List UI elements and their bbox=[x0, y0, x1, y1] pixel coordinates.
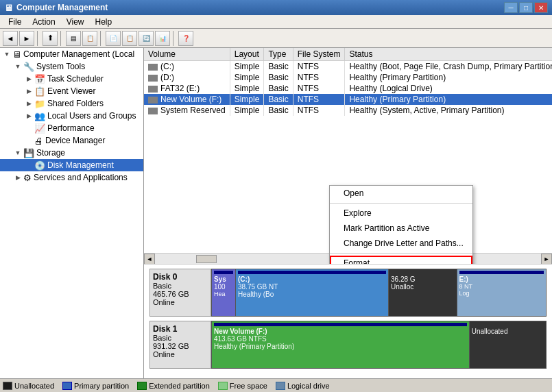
legend-primary-label: Primary partition bbox=[74, 382, 129, 390]
cell-layout: Simple bbox=[230, 83, 264, 94]
disk-0-c-part[interactable]: (C:) 38.75 GB NT Healthy (Bo bbox=[236, 269, 389, 316]
menu-separator bbox=[330, 253, 472, 254]
disk-0-sys-part[interactable]: Sys 100 Hea bbox=[212, 269, 236, 316]
cell-type: Basic bbox=[264, 105, 293, 116]
col-type: Type bbox=[264, 48, 293, 61]
cell-type: Basic bbox=[264, 72, 293, 83]
status-bar: Unallocated Primary partition Extended p… bbox=[0, 378, 552, 392]
context-menu-item[interactable]: Open bbox=[330, 186, 472, 201]
unalloc-sublabel: Unalloc bbox=[391, 283, 455, 291]
menu-file[interactable]: File bbox=[3, 16, 27, 28]
maximize-button[interactable]: □ bbox=[519, 2, 533, 13]
properties-button[interactable]: 📋 bbox=[122, 31, 137, 46]
cell-status: Healthy (Primary Partition) bbox=[345, 94, 552, 105]
table-row[interactable]: System Reserved Simple Basic NTFS Health… bbox=[144, 105, 552, 116]
c-part-status: Healthy (Bo bbox=[238, 291, 386, 298]
legend-logical-label: Logical drive bbox=[287, 382, 330, 390]
help-button[interactable]: ❓ bbox=[178, 31, 193, 46]
expander-icon: ▶ bbox=[23, 86, 34, 97]
forward-button[interactable]: ► bbox=[19, 31, 34, 46]
table-row[interactable]: (D:) Simple Basic NTFS Healthy (Primary … bbox=[144, 72, 552, 83]
menu-separator bbox=[330, 203, 472, 204]
services-icon: ⚙ bbox=[23, 173, 32, 183]
disk-0-name: Disk 0 bbox=[153, 272, 208, 282]
sidebar-item-device-manager[interactable]: ▶ 🖨 Device Manager bbox=[0, 134, 143, 147]
disk-0-label: Disk 0 Basic 465.76 GB Online bbox=[149, 269, 211, 317]
disk-row-0: Disk 0 Basic 465.76 GB Online Sys 100 He… bbox=[149, 269, 547, 317]
expander-icon: ▼ bbox=[12, 147, 23, 158]
expander-icon: ▶ bbox=[23, 73, 34, 84]
context-menu: OpenExploreMark Partition as ActiveChang… bbox=[329, 185, 473, 264]
table-row[interactable]: FAT32 (E:) Simple Basic NTFS Healthy (Lo… bbox=[144, 83, 552, 94]
expander-icon: ▼ bbox=[1, 49, 12, 60]
context-menu-item[interactable]: Change Drive Letter and Paths... bbox=[330, 236, 472, 251]
expander-icon: ▶ bbox=[23, 110, 34, 121]
disk-0-unalloc[interactable]: 36.28 G Unalloc bbox=[389, 269, 457, 316]
menu-action[interactable]: Action bbox=[27, 16, 60, 28]
new-part-label: New Volume (F:) bbox=[214, 328, 467, 335]
context-menu-item[interactable]: Mark Partition as Active bbox=[330, 221, 472, 236]
sidebar-item-computer-management[interactable]: ▼ 🖥 Computer Management (Local bbox=[0, 48, 143, 60]
expander-icon: ▶ bbox=[12, 172, 23, 183]
legend-logical-box bbox=[276, 382, 285, 390]
disk-1-new-part[interactable]: New Volume (F:) 413.63 GB NTFS Healthy (… bbox=[212, 321, 470, 368]
scroll-right-btn[interactable]: ► bbox=[541, 254, 552, 265]
scroll-thumb[interactable] bbox=[196, 255, 217, 263]
cell-fs: NTFS bbox=[293, 94, 345, 105]
sidebar-item-shared-folders[interactable]: ▶ 📁 Shared Folders bbox=[0, 97, 143, 110]
cell-layout: Simple bbox=[230, 105, 264, 116]
minimize-button[interactable]: ─ bbox=[504, 2, 518, 13]
disk-1-label: Disk 1 Basic 931.32 GB Online bbox=[149, 321, 211, 369]
unalloc-1-label: Unallocated bbox=[472, 328, 544, 335]
legend-free-box bbox=[218, 382, 228, 390]
table-row[interactable]: New Volume (F:) Simple Basic NTFS Health… bbox=[144, 94, 552, 105]
title-bar: 🖥 Computer Management ─ □ ✕ bbox=[0, 0, 552, 15]
cell-volume: New Volume (F:) bbox=[144, 94, 230, 105]
sidebar-item-disk-management[interactable]: ▶ 💿 Disk Management bbox=[0, 159, 143, 171]
cell-type: Basic bbox=[264, 61, 293, 73]
sidebar-item-performance[interactable]: ▶ 📈 Performance bbox=[0, 122, 143, 134]
export-button[interactable]: 📊 bbox=[155, 31, 170, 46]
scroll-left-btn[interactable]: ◄ bbox=[144, 254, 155, 265]
sys-part-note: Hea bbox=[214, 291, 233, 297]
storage-icon: 💾 bbox=[23, 148, 34, 158]
show-hide-tree-button[interactable]: ▤ bbox=[66, 31, 81, 46]
sidebar-item-local-users[interactable]: ▶ 👥 Local Users and Groups bbox=[0, 110, 143, 122]
expander-icon: ▶ bbox=[23, 98, 34, 109]
disk-0-e-part[interactable]: E:) 8 NT Log bbox=[457, 269, 546, 316]
c-part-size: 38.75 GB NT bbox=[238, 283, 386, 291]
cell-volume: System Reserved bbox=[144, 105, 230, 116]
context-menu-item[interactable]: Format... bbox=[330, 256, 472, 264]
refresh-button[interactable]: 🔄 bbox=[139, 31, 154, 46]
context-menu-item[interactable]: Explore bbox=[330, 206, 472, 221]
legend-unallocated-label: Unallocated bbox=[14, 382, 54, 390]
computer-icon: 🖥 bbox=[12, 49, 21, 60]
sidebar-item-services[interactable]: ▶ ⚙ Services and Applications bbox=[0, 171, 143, 184]
new-button[interactable]: 📄 bbox=[106, 31, 121, 46]
back-button[interactable]: ◄ bbox=[3, 31, 18, 46]
new-part-status: Healthy (Primary Partition) bbox=[214, 343, 467, 350]
c-part-label: (C:) bbox=[238, 275, 386, 283]
cell-status: Healthy (Boot, Page File, Crash Dump, Pr… bbox=[345, 61, 552, 73]
sidebar-item-task-scheduler[interactable]: ▶ 📅 Task Scheduler bbox=[0, 73, 143, 85]
menu-help[interactable]: Help bbox=[90, 16, 118, 28]
sidebar-item-storage[interactable]: ▼ 💾 Storage bbox=[0, 147, 143, 159]
table-row[interactable]: (C:) Simple Basic NTFS Healthy (Boot, Pa… bbox=[144, 61, 552, 73]
disk-1-status: Online bbox=[153, 350, 208, 358]
menu-view[interactable]: View bbox=[61, 16, 90, 28]
cell-type: Basic bbox=[264, 83, 293, 94]
sys-part-label: Sys bbox=[214, 275, 233, 283]
sidebar-item-system-tools[interactable]: ▼ 🔧 System Tools bbox=[0, 60, 143, 73]
close-button[interactable]: ✕ bbox=[534, 2, 548, 13]
content-top: Volume Layout Type File System Status C … bbox=[144, 48, 552, 264]
col-layout: Layout bbox=[230, 48, 264, 61]
sidebar-item-event-viewer[interactable]: ▶ 📋 Event Viewer bbox=[0, 85, 143, 97]
cell-volume: (D:) bbox=[144, 72, 230, 83]
legend-extended: Extended partition bbox=[137, 382, 210, 390]
up-button[interactable]: ⬆ bbox=[43, 31, 58, 46]
main-area: ▼ 🖥 Computer Management (Local ▼ 🔧 Syste… bbox=[0, 48, 552, 378]
toolbar-btn-2[interactable]: 📋 bbox=[82, 31, 97, 46]
disk-1-unalloc[interactable]: Unallocated bbox=[470, 321, 546, 368]
disk-1-type: Basic bbox=[153, 334, 208, 342]
disk-1-size: 931.32 GB bbox=[153, 342, 208, 350]
